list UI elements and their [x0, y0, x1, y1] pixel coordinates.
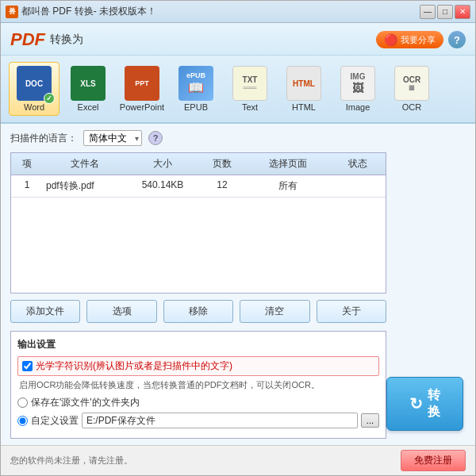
window-controls: — □ ✕ — [420, 5, 470, 19]
powerpoint-label: PowerPoint — [120, 102, 164, 112]
window-title: 都叫兽 PDF 转换- 未授权版本！ — [21, 5, 420, 18]
right-panel: ↻ 转换 — [386, 152, 466, 439]
ocr-checkbox-label[interactable]: 光学字符识别(辨认图片或者是扫描件中的文字) — [36, 359, 232, 373]
close-button[interactable]: ✕ — [455, 5, 470, 19]
col-header-pages: 页数 — [198, 155, 246, 172]
format-excel[interactable]: XLS Excel — [63, 62, 113, 116]
format-powerpoint[interactable]: PPT PowerPoint — [117, 62, 167, 116]
format-word[interactable]: DOC ✓ Word — [9, 62, 60, 116]
html-icon: HTML — [286, 66, 321, 101]
lang-label: 扫描件的语言： — [10, 132, 77, 145]
convert-label: 转换 — [428, 387, 440, 420]
powerpoint-icon: PPT — [125, 66, 159, 101]
remove-button[interactable]: 移除 — [163, 300, 233, 323]
image-icon: IMG 🖼 — [340, 66, 375, 101]
about-button[interactable]: 关于 — [317, 300, 386, 323]
top-header: PDF 转换为 🔴 我要分享 ? — [1, 23, 475, 56]
ocr-checkbox-row: 光学字符识别(辨认图片或者是扫描件中的文字) — [17, 356, 379, 376]
table-header: 项 文件名 大小 页数 选择页面 状态 — [11, 153, 386, 175]
col-header-index: 项 — [11, 155, 43, 172]
footer: 您的软件尚未注册，请先注册。 免费注册 — [1, 445, 475, 475]
action-buttons-row: 添加文件 选项 移除 清空 关于 — [10, 300, 386, 323]
weibo-share-button[interactable]: 🔴 我要分享 — [376, 31, 443, 48]
file-table: 项 文件名 大小 页数 选择页面 状态 1 pdf转换.pdf 540.14KB… — [10, 152, 386, 294]
top-right-actions: 🔴 我要分享 ? — [376, 31, 466, 48]
table-row[interactable]: 1 pdf转换.pdf 540.14KB 12 所有 — [11, 175, 386, 198]
lang-select[interactable]: 简体中文 English 繁體中文 日本語 — [83, 130, 142, 146]
radio-custom-label[interactable]: 自定义设置 — [31, 414, 79, 428]
ocr-icon: OCR ▦ — [394, 66, 429, 101]
browse-button[interactable]: ... — [361, 413, 379, 428]
output-title: 输出设置 — [17, 338, 379, 351]
weibo-icon: 🔴 — [384, 33, 397, 46]
ocr-note: 启用OCR功能会降低转换速度，当您转换普通的PDF文档时，可以关闭OCR。 — [19, 379, 379, 391]
text-label: Text — [242, 102, 258, 112]
word-check-badge: ✓ — [44, 93, 55, 104]
text-icon: TXT ═══ — [232, 66, 267, 101]
convert-icon: ↻ — [409, 394, 423, 413]
cell-status — [330, 178, 386, 194]
col-header-size: 大小 — [127, 155, 198, 172]
cell-index: 1 — [11, 178, 43, 194]
col-header-filename: 文件名 — [43, 155, 127, 172]
path-row: ... — [82, 413, 379, 428]
excel-icon: XLS — [71, 66, 106, 101]
radio-source-row: 保存在'源文件'的文件夹内 — [17, 396, 379, 409]
excel-label: Excel — [78, 102, 99, 112]
ocr-label: OCR — [402, 102, 421, 112]
options-button[interactable]: 选项 — [86, 300, 156, 323]
left-panel: 项 文件名 大小 页数 选择页面 状态 1 pdf转换.pdf 540.14KB… — [10, 152, 386, 439]
cell-selected-pages: 所有 — [246, 178, 330, 194]
maximize-button[interactable]: □ — [437, 5, 453, 19]
register-button[interactable]: 免费注册 — [401, 450, 466, 471]
clear-button[interactable]: 清空 — [240, 300, 309, 323]
image-label: Image — [346, 102, 370, 112]
word-icon: DOC ✓ — [17, 66, 52, 101]
cell-filename: pdf转换.pdf — [43, 178, 127, 194]
convert-to-label: 转换为 — [50, 33, 83, 47]
radio-custom-path[interactable] — [17, 416, 28, 426]
app-icon: 兽 — [6, 6, 18, 18]
radio-source-label[interactable]: 保存在'源文件'的文件夹内 — [31, 396, 140, 409]
lang-select-wrapper: 简体中文 English 繁體中文 日本語 — [83, 130, 142, 146]
app-window: 兽 都叫兽 PDF 转换- 未授权版本！ — □ ✕ PDF 转换为 🔴 我要分… — [0, 0, 476, 476]
output-section: 输出设置 光学字符识别(辨认图片或者是扫描件中的文字) 启用OCR功能会降低转换… — [10, 331, 386, 439]
content-area: 扫描件的语言： 简体中文 English 繁體中文 日本語 ? 项 文件名 — [1, 124, 475, 445]
html-label: HTML — [292, 102, 316, 112]
help-button[interactable]: ? — [448, 31, 466, 48]
pdf-logo: PDF — [10, 29, 45, 50]
format-image[interactable]: IMG 🖼 Image — [332, 62, 383, 116]
ocr-checkbox[interactable] — [22, 361, 33, 371]
epub-label: EPUB — [184, 102, 208, 112]
cell-pages: 12 — [198, 178, 246, 194]
footer-notice: 您的软件尚未注册，请先注册。 — [10, 455, 132, 466]
radio-custom-row: 自定义设置 ... — [17, 413, 379, 428]
format-epub[interactable]: ePUB 📖 EPUB — [171, 62, 221, 116]
format-toolbar: DOC ✓ Word XLS Excel PPT PowerPoint ePUB… — [1, 56, 475, 124]
language-row: 扫描件的语言： 简体中文 English 繁體中文 日本語 ? — [10, 130, 466, 146]
title-bar: 兽 都叫兽 PDF 转换- 未授权版本！ — □ ✕ — [1, 1, 475, 23]
add-file-button[interactable]: 添加文件 — [10, 300, 80, 323]
lang-help-icon[interactable]: ? — [148, 131, 163, 145]
path-input[interactable] — [82, 413, 358, 428]
format-html[interactable]: HTML HTML — [278, 62, 329, 116]
format-ocr[interactable]: OCR ▦ OCR — [386, 62, 437, 116]
weibo-label: 我要分享 — [401, 34, 436, 46]
format-text[interactable]: TXT ═══ Text — [225, 62, 275, 116]
cell-size: 540.14KB — [127, 178, 198, 194]
word-label: Word — [24, 102, 44, 112]
minimize-button[interactable]: — — [420, 5, 436, 19]
convert-button[interactable]: ↻ 转换 — [386, 377, 463, 431]
col-header-selected-pages: 选择页面 — [246, 155, 330, 172]
main-content-wrapper: 项 文件名 大小 页数 选择页面 状态 1 pdf转换.pdf 540.14KB… — [10, 152, 466, 439]
col-header-status: 状态 — [330, 155, 386, 172]
table-body: 1 pdf转换.pdf 540.14KB 12 所有 — [11, 175, 386, 255]
radio-source-folder[interactable] — [17, 397, 28, 408]
app-branding: PDF 转换为 — [10, 29, 83, 50]
epub-icon: ePUB 📖 — [178, 66, 213, 101]
